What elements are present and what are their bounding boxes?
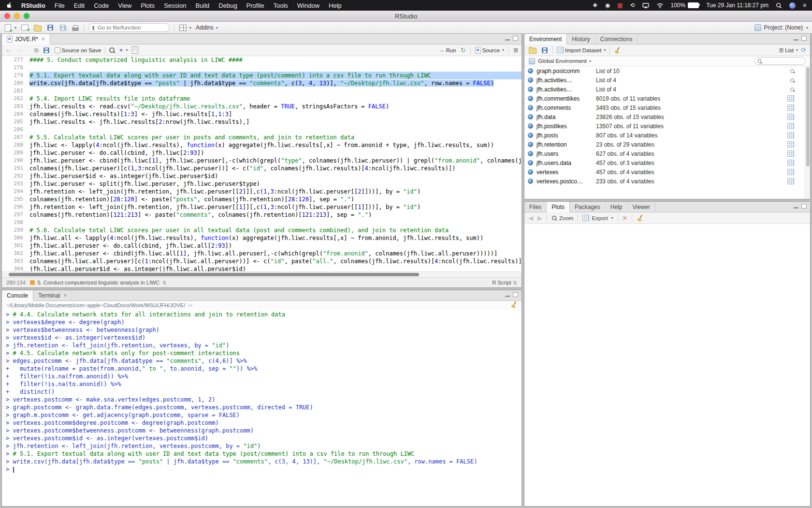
code-line-279[interactable]: 279# 5.1. Export textual data along with…: [2, 72, 522, 79]
menu-plots[interactable]: Plots: [141, 2, 155, 9]
tab-viewer[interactable]: Viewer: [627, 202, 655, 212]
view-table-icon[interactable]: [787, 178, 794, 184]
env-item-jfh.comments[interactable]: jfh.comments3493 obs. of 15 variables: [524, 103, 810, 112]
tab-files[interactable]: Files: [524, 202, 547, 212]
env-item-jfh.data[interactable]: jfh.data23826 obs. of 15 variables: [524, 112, 810, 121]
launcher-grid-icon[interactable]: ▦: [617, 2, 623, 8]
view-table-icon[interactable]: [787, 132, 794, 138]
view-table-icon[interactable]: [787, 169, 794, 175]
code-line-294[interactable]: 294jfh.retention <- left_join(jfh.retent…: [2, 188, 522, 195]
code-line-304[interactable]: 304jfh.liwc.all.peruser$id <- as.integer…: [2, 265, 522, 271]
tab-console[interactable]: Console: [2, 290, 33, 301]
maximize-pane-icon[interactable]: [801, 36, 807, 41]
file-type-selector[interactable]: R Script ⇅: [492, 280, 517, 285]
goto-file-search[interactable]: [88, 23, 170, 32]
console-output[interactable]: > # 4.4. Calculate network stats for all…: [2, 310, 522, 506]
code-line-297[interactable]: 297colnames(jfh.retention)[121:213] <- p…: [2, 211, 522, 219]
save-button[interactable]: [46, 24, 54, 31]
clear-all-plots-icon[interactable]: [637, 215, 643, 222]
time-machine-icon[interactable]: ⟲: [630, 2, 635, 8]
tab-connections[interactable]: Connections: [595, 34, 638, 44]
hscrollbar-thumb[interactable]: [9, 273, 419, 276]
rerun-icon[interactable]: ↻: [461, 46, 466, 54]
project-selector[interactable]: Project: (None) ▾: [754, 24, 808, 31]
code-line-287[interactable]: 287# 5.5. Calculate total LIWC scores pe…: [2, 134, 522, 141]
source-button[interactable]: Source ▾: [475, 47, 504, 54]
inspect-list-icon[interactable]: [790, 69, 794, 73]
code-line-285[interactable]: 285jfh.liwc.results <- jfh.liwc.results[…: [2, 118, 522, 126]
editor-hscrollbar[interactable]: [2, 271, 522, 277]
environment-search-input[interactable]: [763, 58, 802, 64]
addins-button[interactable]: Addins▾: [196, 24, 218, 31]
zoom-window-button[interactable]: [24, 13, 29, 19]
wifi-icon[interactable]: [656, 3, 664, 8]
env-item-jfh.activities[interactable]: jfh.activities…List of 4: [524, 85, 810, 94]
env-item-jfh.activities[interactable]: jfh.activities…List of 4: [524, 75, 810, 85]
env-item-vertexes[interactable]: vertexes457 obs. of 4 variables: [524, 167, 810, 177]
view-table-icon[interactable]: [787, 95, 794, 102]
docker-icon[interactable]: ◉: [605, 2, 610, 8]
code-line-278[interactable]: 278: [2, 64, 522, 72]
environment-scrollbar[interactable]: [805, 66, 810, 199]
env-item-jfh.commentlikes[interactable]: jfh.commentlikes6019 obs. of 11 variable…: [524, 94, 810, 103]
tab-plots[interactable]: Plots: [547, 202, 570, 212]
dropbox-icon[interactable]: ❖: [593, 2, 598, 8]
code-line-295[interactable]: 295colnames(jfh.retention)[28:120] <- pa…: [2, 195, 522, 203]
export-button[interactable]: Export ▾: [582, 215, 613, 221]
view-table-icon[interactable]: [787, 123, 794, 129]
apple-menu-icon[interactable]: [6, 2, 12, 9]
env-item-jfh.retention[interactable]: jfh.retention23 obs. of 29 variables: [524, 140, 810, 149]
menu-tools[interactable]: Tools: [273, 2, 288, 9]
code-line-283[interactable]: 283jfh.liwc.results <- read.csv("~/Deskt…: [2, 103, 522, 110]
print-button[interactable]: [71, 24, 79, 31]
tab-environment[interactable]: Environment: [524, 34, 567, 45]
code-line-282[interactable]: 282# 5.4. Import LIWC results file into …: [2, 95, 522, 103]
code-line-298[interactable]: 298: [2, 219, 522, 226]
menu-code[interactable]: Code: [94, 2, 109, 9]
code-tools-button[interactable]: ✦▾: [118, 47, 128, 54]
load-workspace-icon[interactable]: [529, 48, 536, 54]
code-line-301[interactable]: 301jfh.liwc.all.peruser <- do.call(cbind…: [2, 242, 522, 250]
run-button[interactable]: → Run: [438, 46, 456, 54]
new-file-button[interactable]: ▾: [4, 24, 16, 31]
env-item-jfh.posts[interactable]: jfh.posts807 obs. of 14 variables: [524, 131, 810, 140]
battery-indicator[interactable]: 100%: [671, 2, 699, 9]
document-outline-icon[interactable]: ≣: [513, 46, 518, 54]
list-view-selector[interactable]: ≣ List ▾: [779, 46, 798, 54]
display-icon[interactable]: [642, 3, 649, 8]
code-line-299[interactable]: 299# 5.6. Calculate total LIWC scores pe…: [2, 226, 522, 234]
code-line-293[interactable]: 293jfh.liwc.peruser <- split(jfh.liwc.pe…: [2, 180, 522, 188]
tab-help[interactable]: Help: [606, 202, 628, 212]
vscrollbar-thumb[interactable]: [806, 67, 810, 166]
view-table-icon[interactable]: [787, 160, 794, 166]
code-line-280[interactable]: 280write.csv(jfh.data[jfh.data$type == "…: [2, 79, 522, 87]
minimize-pane-icon[interactable]: [794, 207, 798, 209]
code-line-277[interactable]: 277#### 5. Conduct computerized linguist…: [2, 56, 522, 64]
maximize-pane-icon[interactable]: [513, 36, 518, 41]
previous-plot-button[interactable]: ◀: [528, 214, 533, 222]
menu-clock[interactable]: Tue 29 Jan 11:18:27 pm: [706, 2, 768, 9]
code-line-303[interactable]: 303colnames(jfh.liwc.all.peruser)[c(1:nc…: [2, 257, 522, 265]
clear-environment-icon[interactable]: [614, 47, 621, 54]
menu-edit[interactable]: Edit: [74, 2, 85, 9]
maximize-pane-icon[interactable]: [513, 292, 518, 297]
menu-window[interactable]: Window: [297, 2, 319, 9]
code-line-281[interactable]: 281: [2, 87, 522, 95]
back-button[interactable]: ←: [5, 46, 12, 54]
env-item-graph.postcomm[interactable]: graph.postcommList of 10: [524, 66, 810, 75]
environment-search[interactable]: [754, 57, 806, 65]
siri-icon[interactable]: [789, 2, 796, 9]
minimize-window-button[interactable]: [14, 13, 20, 19]
import-dataset-button[interactable]: Import Dataset ▾: [557, 47, 606, 53]
save-workspace-icon[interactable]: [542, 47, 548, 53]
code-line-300[interactable]: 300jfh.liwc.all <- lapply(4:ncol(jfh.liw…: [2, 234, 522, 242]
save-source-icon[interactable]: [44, 47, 49, 53]
close-window-button[interactable]: [4, 13, 10, 19]
remove-plot-icon[interactable]: ✕: [623, 215, 627, 222]
minimize-pane-icon[interactable]: [794, 39, 798, 41]
code-line-289[interactable]: 289jfh.liwc.peruser <- do.call(cbind, jf…: [2, 149, 522, 157]
clear-console-icon[interactable]: [510, 301, 517, 308]
code-line-291[interactable]: 291colnames(jfh.liwc.peruser)[c(1,3:ncol…: [2, 164, 522, 172]
refresh-icon[interactable]: ⟳: [801, 46, 806, 54]
view-table-icon[interactable]: [787, 105, 794, 111]
